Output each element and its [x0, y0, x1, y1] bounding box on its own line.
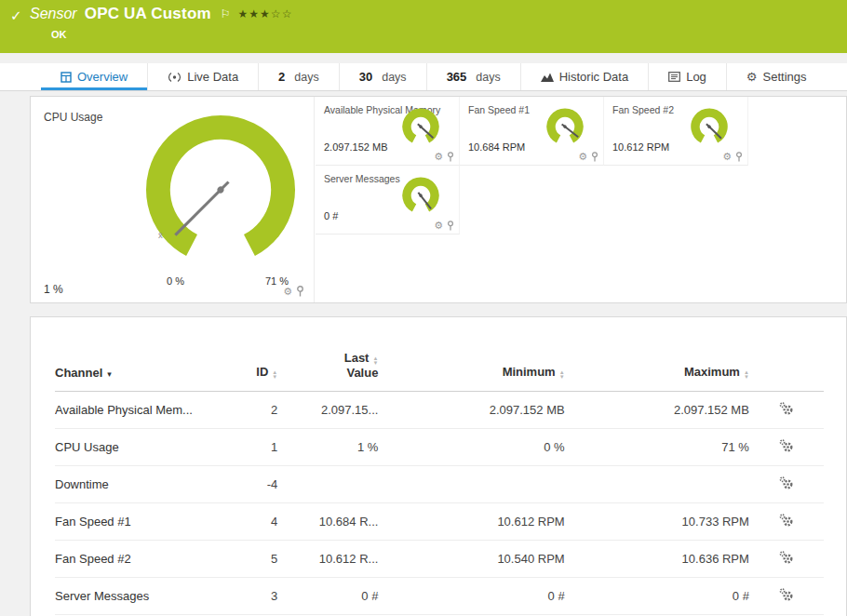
chevron-down-icon: ▾	[107, 369, 112, 379]
gauge-settings-gear-icon[interactable]: ⚙	[434, 221, 443, 231]
sort-icon[interactable]: ▲▼	[372, 356, 378, 366]
tab-365-days[interactable]: 365 days	[426, 63, 520, 90]
channel-minimum	[385, 466, 571, 503]
channel-settings-icon[interactable]	[779, 513, 794, 528]
channel-minimum: 0 #	[385, 578, 571, 615]
gauge-current-value: 10.612 RPM	[612, 141, 669, 153]
table-row[interactable]: Fan Speed #2 5 10.612 R... 10.540 RPM 10…	[55, 541, 824, 578]
gauge-settings-gear-icon[interactable]: ⚙	[283, 287, 292, 297]
fan-speed-2-gauge	[685, 105, 733, 150]
pin-icon[interactable]	[591, 152, 598, 162]
prtg-sensor-page: ✓ Sensor OPC UA Custom ⚐ ★★★☆☆ OK Overvi…	[0, 0, 847, 616]
mini-gauges-grid: Available Physical Memory 2.097.152 MB ⚙	[316, 97, 846, 302]
gauges-panel: CPU Usage x̄ 0 % 71 % 1 % ⚙	[30, 96, 847, 303]
channel-settings-icon[interactable]	[779, 438, 794, 453]
cpu-usage-gauge-block: CPU Usage x̄ 0 % 71 % 1 % ⚙	[31, 97, 315, 302]
tab-settings[interactable]: ⚙ Settings	[726, 63, 827, 90]
tab-overview[interactable]: Overview	[41, 63, 147, 90]
tab-label: Overview	[77, 70, 128, 84]
tab-live-data[interactable]: Live Data	[147, 63, 258, 90]
gauge-title: CPU Usage	[44, 111, 102, 124]
channel-settings-icon[interactable]	[779, 475, 794, 490]
column-label: Last	[344, 351, 370, 365]
table-row[interactable]: Available Physical Mem... 2 2.097.15... …	[55, 392, 824, 429]
pin-icon[interactable]	[296, 286, 304, 297]
tab-label: days	[382, 71, 406, 84]
table-row[interactable]: CPU Usage 1 1 % 0 % 71 %	[55, 429, 824, 466]
channel-maximum: 10.733 RPM	[572, 503, 757, 541]
channels-table: Channel▾ ID▲▼ Last▲▼ Value Minimum▲▼ Max…	[55, 351, 824, 615]
pin-icon[interactable]	[447, 221, 454, 231]
table-row[interactable]: Downtime -4	[55, 466, 824, 503]
gauge-current-value: 2.097.152 MB	[324, 141, 388, 153]
star-icon[interactable]: ★	[260, 7, 271, 20]
table-row[interactable]: Server Messages 3 0 # 0 # 0 #	[55, 578, 824, 615]
column-header-last-value[interactable]: Last▲▼ Value	[285, 351, 385, 392]
tab-log[interactable]: Log	[648, 63, 726, 90]
channel-name[interactable]: Available Physical Mem...	[55, 392, 227, 429]
column-header-actions	[757, 351, 824, 392]
sort-icon[interactable]: ▲▼	[744, 370, 749, 380]
fan-speed-1-gauge	[541, 105, 589, 150]
channel-id: 5	[227, 541, 285, 578]
star-icon[interactable]: ☆	[271, 7, 282, 20]
channel-minimum: 0 %	[385, 429, 571, 466]
priority-stars[interactable]: ★★★☆☆	[238, 7, 293, 20]
empty-cell	[460, 166, 846, 234]
star-icon[interactable]: ☆	[282, 7, 293, 20]
column-header-minimum[interactable]: Minimum▲▼	[385, 351, 571, 392]
gauge-current-value: 10.684 RPM	[468, 141, 525, 153]
channel-last-value: 10.612 R...	[285, 541, 385, 578]
column-header-maximum[interactable]: Maximum▲▼	[572, 351, 757, 392]
channel-minimum: 10.612 RPM	[385, 503, 571, 541]
column-header-channel[interactable]: Channel▾	[55, 351, 227, 392]
channel-id: 1	[227, 429, 285, 466]
gauge-title: Fan Speed #1	[468, 104, 530, 115]
tab-30-days[interactable]: 30 days	[339, 63, 426, 90]
channel-name[interactable]: Server Messages	[55, 578, 227, 615]
gauge-settings-gear-icon[interactable]: ⚙	[578, 152, 587, 162]
channel-maximum	[572, 466, 757, 503]
channel-name[interactable]: Fan Speed #2	[55, 541, 227, 578]
overview-icon	[60, 72, 72, 83]
channel-name[interactable]: CPU Usage	[55, 429, 227, 466]
pin-icon[interactable]	[447, 152, 454, 162]
channel-settings-icon[interactable]	[779, 550, 794, 565]
column-label: Minimum	[503, 365, 556, 379]
tab-label: days	[476, 71, 500, 84]
gauge-current-value: 0 #	[324, 210, 338, 221]
channel-name[interactable]: Downtime	[55, 466, 227, 503]
tab-historic-data[interactable]: Historic Data	[520, 63, 648, 90]
channel-settings-icon[interactable]	[779, 401, 794, 416]
star-icon[interactable]: ★	[238, 7, 249, 20]
channel-settings-icon[interactable]	[779, 587, 794, 602]
table-header-row: Channel▾ ID▲▼ Last▲▼ Value Minimum▲▼ Max…	[55, 351, 824, 392]
flag-icon[interactable]: ⚐	[221, 7, 231, 20]
channel-name[interactable]: Fan Speed #1	[55, 503, 227, 541]
gauge-tools: ⚙	[283, 286, 304, 297]
gauge-settings-gear-icon[interactable]: ⚙	[434, 152, 443, 162]
column-header-id[interactable]: ID▲▼	[227, 351, 285, 392]
channel-last-value	[285, 466, 385, 503]
star-icon[interactable]: ★	[249, 7, 260, 20]
table-row[interactable]: Fan Speed #1 4 10.684 R... 10.612 RPM 10…	[55, 503, 824, 541]
channel-id: -4	[227, 466, 285, 503]
log-icon	[668, 72, 680, 82]
channel-maximum: 2.097.152 MB	[572, 392, 757, 429]
status-ok-check-icon: ✓	[10, 7, 22, 24]
sort-icon[interactable]: ▲▼	[559, 370, 565, 380]
sensor-title-block: Sensor OPC UA Custom ⚐ ★★★☆☆ OK	[30, 5, 292, 40]
channel-last-value: 1 %	[285, 429, 385, 466]
mini-gauge-server-messages: Server Messages 0 # ⚙	[316, 166, 460, 234]
mini-gauge-fan-speed-1: Fan Speed #1 10.684 RPM ⚙	[460, 97, 604, 166]
column-label: ID	[256, 365, 268, 379]
sort-icon[interactable]: ▲▼	[272, 370, 277, 380]
tab-label: Historic Data	[559, 70, 628, 84]
gauge-settings-gear-icon[interactable]: ⚙	[722, 152, 732, 162]
tab-label: Settings	[763, 70, 807, 84]
channel-maximum: 0 #	[572, 578, 757, 615]
tab-2-days[interactable]: 2 days	[258, 63, 339, 90]
tab-number: 2	[278, 70, 285, 84]
gauge-title: Fan Speed #2	[612, 104, 674, 115]
pin-icon[interactable]	[735, 152, 743, 162]
